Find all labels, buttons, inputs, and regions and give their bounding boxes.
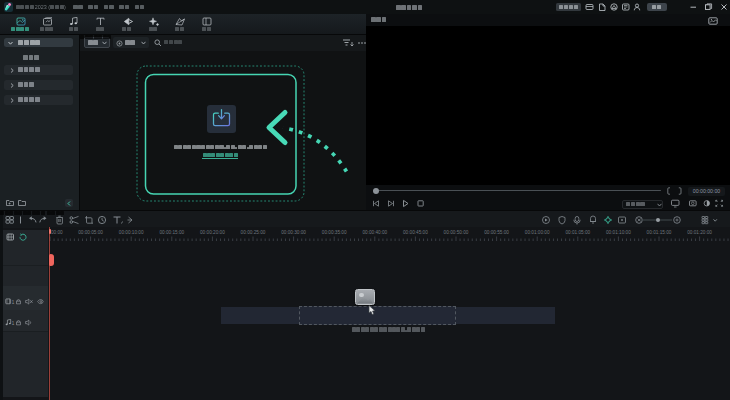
svg-text:1: 1 bbox=[12, 299, 15, 304]
svg-text:1: 1 bbox=[12, 321, 15, 326]
